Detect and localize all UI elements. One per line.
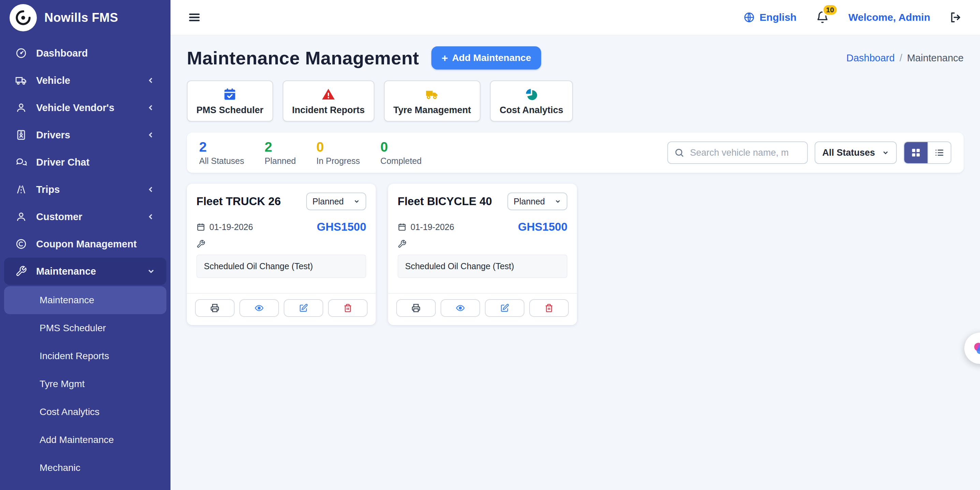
print-button[interactable] bbox=[195, 299, 235, 317]
logout-button[interactable] bbox=[948, 10, 964, 25]
card-status-value: Planned bbox=[514, 197, 545, 206]
vehicle-name: Fleet TRUCK 26 bbox=[196, 195, 281, 208]
submenu-item-add-maintenance[interactable]: Add Maintenance bbox=[4, 426, 166, 454]
printer-icon bbox=[412, 304, 420, 312]
road-icon bbox=[15, 184, 27, 195]
breadcrumb-dashboard-link[interactable]: Dashboard bbox=[846, 52, 895, 64]
edit-button[interactable] bbox=[284, 299, 323, 317]
quick-action-incident-reports[interactable]: Incident Reports bbox=[283, 81, 374, 122]
view-button[interactable] bbox=[441, 299, 480, 317]
user-icon bbox=[15, 211, 27, 222]
main-content: Maintenance Management + Add Maintenance… bbox=[170, 35, 980, 336]
search-input[interactable] bbox=[667, 141, 808, 164]
card-status-select[interactable]: Planned bbox=[508, 192, 567, 210]
sidebar-item-customer[interactable]: Customer bbox=[4, 203, 166, 230]
quick-actions: PMS Scheduler Incident Reports Tyre Mana… bbox=[187, 81, 964, 122]
sidebar-item-vehicle[interactable]: Vehicle bbox=[4, 67, 166, 94]
view-toggle bbox=[904, 141, 951, 164]
vehicle-name: Fleet BICYCLE 40 bbox=[398, 195, 492, 208]
warning-triangle-icon bbox=[321, 87, 336, 101]
delete-button[interactable] bbox=[529, 299, 569, 317]
wrench-icon bbox=[196, 239, 366, 248]
trash-icon bbox=[344, 304, 352, 312]
sidebar-item-label: Vehicle bbox=[36, 75, 70, 86]
submenu-item-label: Mechanic bbox=[40, 462, 81, 473]
search-box bbox=[667, 141, 808, 164]
user-menu[interactable]: Welcome, Admin bbox=[848, 11, 930, 23]
plus-icon: + bbox=[442, 52, 448, 63]
sidebar-item-trips[interactable]: Trips bbox=[4, 176, 166, 203]
quick-action-cost-analytics[interactable]: Cost Analytics bbox=[490, 81, 573, 122]
chevron-left-icon bbox=[146, 103, 156, 112]
chevron-down-icon bbox=[554, 198, 561, 205]
sidebar-item-dashboard[interactable]: Dashboard bbox=[4, 40, 166, 67]
edit-button[interactable] bbox=[485, 299, 525, 317]
delete-button[interactable] bbox=[328, 299, 368, 317]
assistant-widget-button[interactable] bbox=[964, 333, 980, 364]
filters: All Statuses bbox=[667, 141, 951, 164]
quick-action-tyre-management[interactable]: Tyre Management bbox=[384, 81, 481, 122]
list-icon bbox=[934, 147, 945, 158]
sidebar: Nowills FMS Dashboard Vehicle Vehicle Ve… bbox=[0, 0, 170, 490]
stat-label: All Statuses bbox=[199, 156, 244, 166]
maintenance-card: Fleet BICYCLE 40 Planned 01-19-2026 GHS1… bbox=[388, 184, 577, 325]
sidebar-item-driver-chat[interactable]: Driver Chat bbox=[4, 149, 166, 176]
sidebar-item-coupon-management[interactable]: Coupon Management bbox=[4, 230, 166, 258]
list-view-button[interactable] bbox=[928, 142, 951, 163]
stats-bar: 2 All Statuses 2 Planned 0 In Progress 0… bbox=[187, 133, 964, 173]
maintenance-cost: GHS1500 bbox=[317, 220, 366, 233]
stat-all-statuses: 2 All Statuses bbox=[199, 140, 244, 166]
truck-icon bbox=[425, 87, 439, 101]
sidebar-item-vehicle-vendors[interactable]: Vehicle Vendor's bbox=[4, 94, 166, 121]
card-actions bbox=[187, 293, 376, 320]
edit-icon bbox=[500, 304, 509, 312]
language-selector[interactable]: English bbox=[743, 11, 797, 23]
maintenance-submenu: Maintenance PMS Scheduler Incident Repor… bbox=[0, 286, 170, 490]
quick-action-label: PMS Scheduler bbox=[196, 105, 264, 116]
maintenance-note: Scheduled Oil Change (Test) bbox=[196, 255, 366, 278]
eye-icon bbox=[255, 304, 264, 312]
chevron-left-icon bbox=[146, 76, 156, 85]
add-maintenance-label: Add Maintenance bbox=[452, 52, 531, 63]
quick-action-pms-scheduler[interactable]: PMS Scheduler bbox=[187, 81, 273, 122]
card-status-select[interactable]: Planned bbox=[306, 192, 366, 210]
sidebar-item-label: Coupon Management bbox=[36, 238, 137, 250]
sidebar-item-maintenance[interactable]: Maintenance bbox=[4, 258, 166, 285]
print-button[interactable] bbox=[396, 299, 436, 317]
submenu-item-incident-reports[interactable]: Incident Reports bbox=[4, 342, 166, 370]
printer-icon bbox=[210, 304, 219, 312]
stat-planned: 2 Planned bbox=[265, 140, 296, 166]
card-actions bbox=[388, 293, 577, 320]
submenu-item-mechanic[interactable]: Mechanic bbox=[4, 454, 166, 482]
submenu-item-maintenance[interactable]: Maintenance bbox=[4, 286, 166, 314]
sidebar-toggle-button[interactable] bbox=[185, 8, 204, 27]
id-badge-icon bbox=[15, 129, 27, 141]
sidebar-item-drivers[interactable]: Drivers bbox=[4, 121, 166, 149]
sidebar-item-label: Vehicle Vendor's bbox=[36, 102, 114, 113]
submenu-item-label: Add Maintenance bbox=[40, 434, 114, 446]
topbar: English 10 Welcome, Admin bbox=[170, 0, 980, 35]
breadcrumb: Dashboard / Maintenance bbox=[846, 52, 964, 64]
edit-icon bbox=[299, 304, 308, 312]
brand[interactable]: Nowills FMS bbox=[0, 0, 170, 35]
submenu-item-pms-scheduler[interactable]: PMS Scheduler bbox=[4, 314, 166, 342]
quick-action-label: Incident Reports bbox=[292, 105, 365, 116]
maintenance-note: Scheduled Oil Change (Test) bbox=[398, 255, 567, 278]
breadcrumb-current: Maintenance bbox=[907, 52, 964, 64]
submenu-item-tyre-mgmt[interactable]: Tyre Mgmt bbox=[4, 370, 166, 398]
chevron-down-icon bbox=[146, 267, 156, 276]
submenu-item-cost-analytics[interactable]: Cost Analytics bbox=[4, 398, 166, 426]
assistant-icon bbox=[972, 340, 980, 357]
grid-view-button[interactable] bbox=[904, 142, 928, 163]
submenu-item-label: PMS Scheduler bbox=[40, 323, 106, 334]
chevron-left-icon bbox=[146, 130, 156, 140]
submenu-item-partial[interactable]: Vendors bbox=[4, 482, 166, 490]
status-filter-select[interactable]: All Statuses bbox=[815, 141, 897, 164]
stat-label: In Progress bbox=[317, 156, 360, 166]
add-maintenance-button[interactable]: + Add Maintenance bbox=[431, 46, 541, 70]
hamburger-icon bbox=[188, 11, 201, 24]
brand-name: Nowills FMS bbox=[45, 11, 118, 25]
stat-value: 0 bbox=[317, 140, 360, 155]
notifications-button[interactable]: 10 bbox=[814, 9, 830, 25]
view-button[interactable] bbox=[239, 299, 279, 317]
